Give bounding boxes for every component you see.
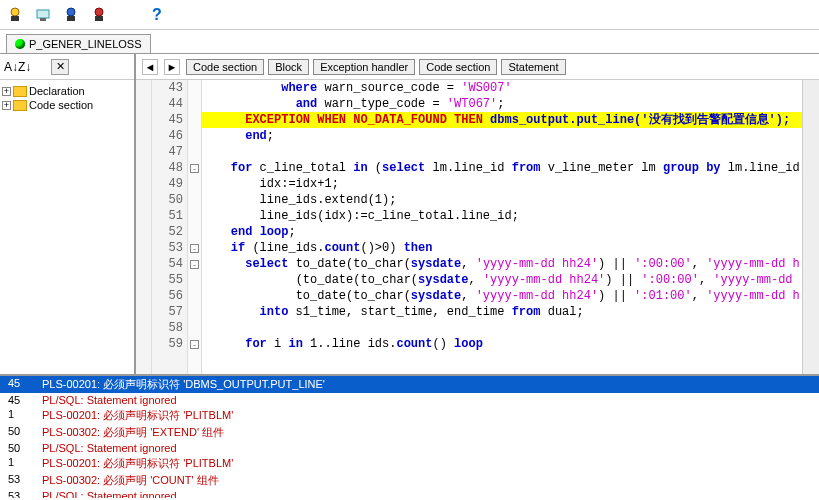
error-message: PLS-00201: 必须声明标识符 'PLITBLM' [42, 456, 811, 471]
svg-point-6 [95, 8, 103, 16]
run-status-icon [15, 39, 25, 49]
error-row[interactable]: 50PL/SQL: Statement ignored [0, 441, 819, 455]
main-area: A↓Z↓ ✕ +Declaration+Code section ◄ ► Cod… [0, 54, 819, 374]
error-row[interactable]: 53PL/SQL: Statement ignored [0, 489, 819, 498]
structure-toolbar: A↓Z↓ ✕ [0, 54, 134, 80]
tool-icon-3[interactable] [62, 6, 80, 24]
close-panel-button[interactable]: ✕ [51, 59, 69, 75]
error-message: PLS-00201: 必须声明标识符 'PLITBLM' [42, 408, 811, 423]
sort-button[interactable]: A↓Z↓ [4, 60, 31, 74]
error-line: 45 [8, 377, 42, 392]
error-line: 50 [8, 425, 42, 440]
help-icon[interactable]: ? [148, 6, 166, 24]
breadcrumb-item[interactable]: Code section [186, 59, 264, 75]
main-toolbar: ? [0, 0, 819, 30]
svg-rect-5 [67, 16, 75, 21]
fold-toggle-icon[interactable]: - [190, 260, 199, 269]
breadcrumb-path: Code sectionBlockException handlerCode s… [186, 59, 566, 75]
expand-icon[interactable]: + [2, 101, 11, 110]
svg-point-0 [11, 8, 19, 16]
error-line: 45 [8, 394, 42, 406]
error-row[interactable]: 1PLS-00201: 必须声明标识符 'PLITBLM' [0, 407, 819, 424]
breadcrumb-bar: ◄ ► Code sectionBlockException handlerCo… [136, 54, 819, 80]
error-row[interactable]: 45PL/SQL: Statement ignored [0, 393, 819, 407]
error-line: 53 [8, 490, 42, 498]
error-line: 1 [8, 456, 42, 471]
fold-toggle-icon[interactable]: - [190, 244, 199, 253]
error-list-panel: 45PLS-00201: 必须声明标识符 'DBMS_OUTPUT.PUT_LI… [0, 374, 819, 498]
tool-icon-1[interactable] [6, 6, 24, 24]
error-message: PLS-00201: 必须声明标识符 'DBMS_OUTPUT.PUT_LINE… [42, 377, 811, 392]
error-row[interactable]: 53PLS-00302: 必须声明 'COUNT' 组件 [0, 472, 819, 489]
fold-toggle-icon[interactable]: - [190, 164, 199, 173]
tool-icon-4[interactable] [90, 6, 108, 24]
tab-label: P_GENER_LINELOSS [29, 38, 142, 50]
tree-label: Declaration [29, 85, 85, 97]
structure-panel: A↓Z↓ ✕ +Declaration+Code section [0, 54, 136, 374]
tree-label: Code section [29, 99, 93, 111]
breadcrumb-prev-icon[interactable]: ◄ [142, 59, 158, 75]
tab-proc[interactable]: P_GENER_LINELOSS [6, 34, 151, 53]
error-message: PL/SQL: Statement ignored [42, 442, 811, 454]
breadcrumb-item[interactable]: Code section [419, 59, 497, 75]
tool-icon-2[interactable] [34, 6, 52, 24]
svg-point-4 [67, 8, 75, 16]
code-area[interactable]: where warn_source_code = 'WS007' and war… [202, 80, 802, 374]
code-editor[interactable]: 4344454647484950515253545556575859 - -- … [136, 80, 819, 374]
folder-icon [13, 100, 27, 111]
fold-gutter[interactable]: - -- - [188, 80, 202, 374]
error-row[interactable]: 50PLS-00302: 必须声明 'EXTEND' 组件 [0, 424, 819, 441]
vertical-scrollbar[interactable] [802, 80, 819, 374]
error-line: 53 [8, 473, 42, 488]
editor-panel: ◄ ► Code sectionBlockException handlerCo… [136, 54, 819, 374]
tree-item[interactable]: +Declaration [2, 84, 132, 98]
structure-tree: +Declaration+Code section [0, 80, 134, 374]
error-line: 1 [8, 408, 42, 423]
breadcrumb-item[interactable]: Statement [501, 59, 565, 75]
error-message: PLS-00302: 必须声明 'EXTEND' 组件 [42, 425, 811, 440]
svg-rect-2 [37, 10, 49, 18]
error-line: 50 [8, 442, 42, 454]
line-number-gutter: 4344454647484950515253545556575859 [152, 80, 188, 374]
error-message: PL/SQL: Statement ignored [42, 394, 811, 406]
tab-bar: P_GENER_LINELOSS [0, 30, 819, 54]
expand-icon[interactable]: + [2, 87, 11, 96]
breadcrumb-item[interactable]: Exception handler [313, 59, 415, 75]
error-message: PL/SQL: Statement ignored [42, 490, 811, 498]
svg-rect-1 [11, 16, 19, 21]
tree-item[interactable]: +Code section [2, 98, 132, 112]
folder-icon [13, 86, 27, 97]
error-message: PLS-00302: 必须声明 'COUNT' 组件 [42, 473, 811, 488]
fold-toggle-icon[interactable]: - [190, 340, 199, 349]
breadcrumb-next-icon[interactable]: ► [164, 59, 180, 75]
error-row[interactable]: 1PLS-00201: 必须声明标识符 'PLITBLM' [0, 455, 819, 472]
svg-rect-7 [95, 16, 103, 21]
error-row[interactable]: 45PLS-00201: 必须声明标识符 'DBMS_OUTPUT.PUT_LI… [0, 376, 819, 393]
svg-rect-3 [40, 18, 46, 21]
breadcrumb-item[interactable]: Block [268, 59, 309, 75]
